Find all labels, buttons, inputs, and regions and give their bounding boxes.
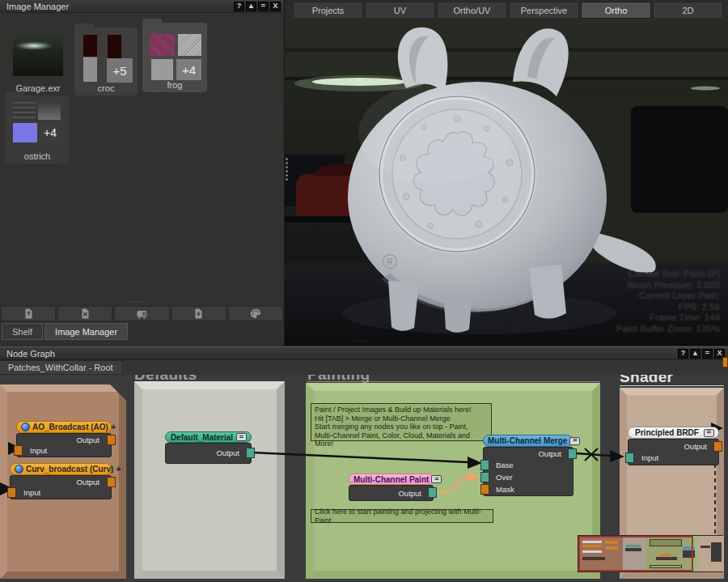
tab-shelf[interactable]: Shelf: [2, 323, 43, 340]
node-ao-broadcast[interactable]: AO_Broadcast (AO) + Output Input: [16, 421, 112, 457]
frog-thumb-noise[interactable]: [178, 34, 201, 56]
port-output[interactable]: [713, 441, 722, 452]
palette-button[interactable]: [228, 306, 283, 321]
tab-projects[interactable]: Projects: [293, 2, 363, 19]
port-input[interactable]: [14, 445, 23, 456]
image-manager-content: Garage.exr +5 croc +4 frog: [0, 13, 284, 304]
minimap-view-rect[interactable]: [578, 536, 693, 571]
image-group-label: croc: [74, 83, 138, 93]
parked-suv: [631, 106, 728, 213]
help-icon[interactable]: ?: [678, 349, 688, 359]
port-output[interactable]: [107, 435, 116, 445]
port-input[interactable]: [7, 487, 16, 498]
note-multi-paint[interactable]: Click here to start painting and project…: [311, 509, 493, 523]
image-group-croc[interactable]: +5 croc: [74, 28, 138, 96]
croc-more-badge[interactable]: +5: [107, 58, 133, 83]
port-output[interactable]: [568, 448, 577, 459]
viewport-panel: Projects UV Ortho/UV Perspective Ortho 2…: [285, 0, 728, 346]
hud-current-layer-path: Current Layer Path:: [616, 291, 720, 302]
mari-application-window: Image Manager ? ▲ = X Garage.exr +5 croc: [0, 0, 728, 582]
image-group-ostrich[interactable]: +4 ostrich: [5, 96, 70, 164]
equals-icon[interactable]: =: [236, 433, 247, 441]
ostrich-thumb-dark1[interactable]: [13, 102, 36, 120]
equals-icon[interactable]: =: [431, 475, 442, 483]
port-base[interactable]: [480, 460, 489, 470]
tab-image-manager[interactable]: Image Manager: [44, 323, 128, 340]
hud-frame-time: Frame Time: 144: [616, 312, 720, 324]
model-leg: [388, 281, 419, 331]
port-output[interactable]: [107, 477, 116, 487]
splitter-handle[interactable]: ······: [353, 340, 370, 343]
float-panel-icon[interactable]: ▲: [246, 2, 256, 11]
remove-image-button[interactable]: [57, 306, 112, 321]
offscreen-node-port: [722, 357, 728, 367]
tab-perspective[interactable]: Perspective: [509, 2, 579, 19]
frog-more-badge[interactable]: +4: [176, 59, 201, 80]
toolbar-drag-handle[interactable]: ······: [129, 300, 146, 304]
node-graph-titlebar[interactable]: Node Graph ? ▲ = X: [0, 347, 728, 360]
tab-ortho-uv[interactable]: Ortho/UV: [437, 2, 507, 19]
port-over[interactable]: [480, 472, 489, 482]
model-leg: [529, 265, 566, 319]
help-icon[interactable]: ?: [234, 2, 244, 11]
node-graph-canvas[interactable]: Defaults Painting Shader Network: [0, 375, 728, 582]
hud-fps: FPS: 2.58: [616, 302, 720, 313]
viewport-edge-handle[interactable]: [286, 158, 289, 181]
close-panel-icon[interactable]: X: [270, 2, 281, 11]
note-paint-info[interactable]: Paint / Project Images & Build up Materi…: [311, 403, 492, 441]
broadcast-icon: [21, 423, 30, 431]
export-image-button[interactable]: [171, 306, 226, 321]
node-graph-title: Node Graph: [3, 349, 676, 359]
tab-ortho[interactable]: Ortho: [581, 2, 651, 19]
port-mask[interactable]: [480, 484, 489, 495]
image-manager-titlebar[interactable]: Image Manager ? ▲ = X: [0, 0, 284, 13]
add-image-button[interactable]: [1, 306, 56, 321]
node-graph-minimap[interactable]: [578, 535, 723, 572]
image-item-garage[interactable]: Garage.exr: [6, 31, 70, 96]
shade-panel-icon[interactable]: =: [702, 349, 713, 359]
frog-thumb-gray[interactable]: [151, 59, 173, 80]
broadcast-icon: [15, 465, 23, 474]
add-image-icon: [23, 308, 35, 320]
node-graph-tab[interactable]: Patches_WithCollar - Root: [0, 360, 123, 375]
equals-icon[interactable]: =: [704, 429, 714, 437]
garage-thumbnail[interactable]: [13, 34, 63, 76]
image-group-label: ostrich: [5, 151, 70, 161]
panel-tabs: Shelf Image Manager: [2, 323, 128, 340]
ostrich-thumb-purple[interactable]: [13, 123, 37, 142]
tab-2d[interactable]: 2D: [653, 2, 723, 19]
remove-image-icon: [79, 308, 91, 320]
viewport-hud: Current Tool: Paint (P) Brush Pressure: …: [616, 269, 720, 334]
port-input[interactable]: [625, 452, 634, 463]
node-multi-channel-merge[interactable]: Multi-Channel Merge = Output Base Over M…: [483, 435, 574, 496]
viewport-tabbar: Projects UV Ortho/UV Perspective Ortho 2…: [285, 0, 728, 20]
node-default-material[interactable]: Default_Material = Output: [165, 431, 252, 464]
node-graph-panel: Node Graph ? ▲ = X Patches_WithCollar - …: [0, 346, 728, 582]
croc-thumb-strip-1[interactable]: [83, 35, 97, 82]
hud-brush-pressure: Brush Pressure: 1.000: [616, 280, 720, 291]
node-multi-channel-paint[interactable]: Multi-Channel Paint = Output: [349, 474, 434, 501]
wire-material-to-base: [252, 452, 468, 462]
port-output[interactable]: [428, 487, 437, 498]
frog-thumb-magenta[interactable]: [150, 34, 175, 56]
node-principled-brdf[interactable]: Principled BRDF = Output Input: [628, 427, 719, 465]
palette-icon: [249, 308, 262, 320]
plus-icon[interactable]: +: [111, 423, 116, 431]
viewport-3d-scene[interactable]: R Current Tool: Paint (P) Brush Pressure…: [285, 20, 728, 346]
ostrich-thumb-dark2[interactable]: [38, 102, 61, 120]
equals-icon[interactable]: =: [569, 437, 580, 445]
tab-uv[interactable]: UV: [365, 2, 435, 19]
hud-paint-buffer-zoom: Paint Buffer Zoom: 135%: [616, 324, 720, 335]
image-group-frog[interactable]: +4 frog: [142, 23, 207, 92]
image-manager-toolbar: [0, 305, 284, 322]
node-curv-broadcast[interactable]: Curv_broadcast (Curv) + Output Input: [10, 463, 112, 499]
ostrich-more-badge[interactable]: +4: [39, 123, 61, 142]
float-panel-icon[interactable]: ▲: [690, 349, 700, 359]
model-r-letter: R: [387, 257, 392, 266]
port-output[interactable]: [246, 448, 255, 458]
shade-panel-icon[interactable]: =: [258, 2, 269, 11]
plus-icon[interactable]: +: [116, 465, 121, 474]
model-leg: [443, 291, 472, 333]
project-image-button[interactable]: [114, 306, 169, 321]
hud-current-tool: Current Tool: Paint (P): [616, 269, 720, 280]
